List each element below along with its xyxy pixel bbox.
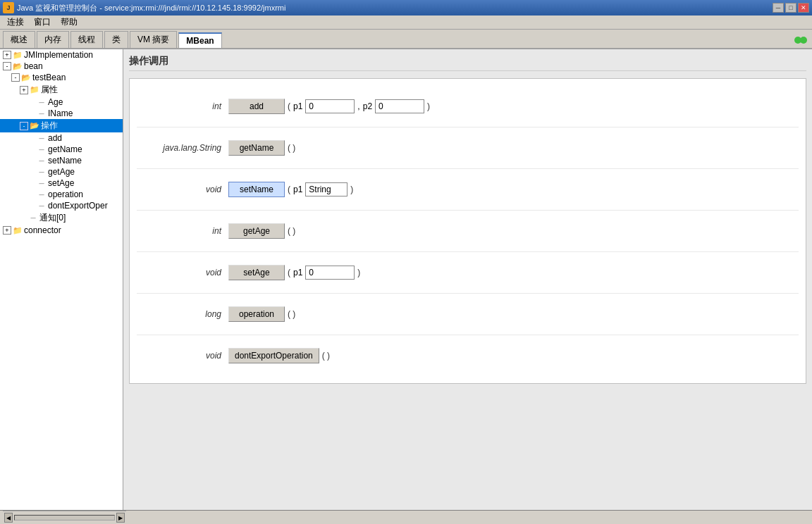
menu-item-connect[interactable]: 连接: [3, 15, 28, 30]
tree-item-bean[interactable]: - 📂 bean: [0, 61, 123, 72]
tab-threads[interactable]: 线程: [70, 31, 103, 48]
toggle-ops[interactable]: -: [20, 122, 28, 130]
operation-row-operation: long operation ( ): [137, 294, 799, 335]
maximize-button[interactable]: □: [785, 3, 796, 13]
leaf-icon-dontexport: ─: [37, 201, 47, 211]
paren-open-setname: (: [288, 185, 290, 194]
tree-label-operation: operation: [48, 189, 83, 199]
tree-label-getage: getAge: [48, 167, 75, 177]
op-button-operation[interactable]: operation: [228, 306, 285, 322]
tab-vm[interactable]: VM 摘要: [130, 31, 177, 48]
leaf-icon-iname: ─: [37, 108, 47, 118]
leaf-icon-getname: ─: [37, 144, 47, 154]
tree-label-bean: bean: [24, 61, 43, 71]
tree-item-setage[interactable]: ─ setAge: [0, 177, 123, 189]
tree-item-op-add[interactable]: ─ add: [0, 132, 123, 144]
scrollbar-track[interactable]: [14, 515, 115, 520]
tab-mbean[interactable]: MBean: [178, 32, 221, 48]
tree-item-getage[interactable]: ─ getAge: [0, 166, 123, 177]
tree-item-getname[interactable]: ─ getName: [0, 144, 123, 155]
operation-row-getname: java.lang.String getName ( ): [137, 127, 799, 169]
toggle-attrs[interactable]: +: [20, 86, 28, 94]
right-panel: 操作调用 int add ( p1 , p2 ) java.lang.Strin…: [123, 49, 812, 510]
paren-close-setname: ): [350, 185, 353, 194]
operation-row-setage: void setAge ( p1 ): [137, 252, 799, 294]
menu-bar: 连接 窗口 帮助: [0, 15, 812, 30]
tree-item-connector[interactable]: + 📁 connector: [0, 225, 123, 236]
tree-item-setname[interactable]: ─ setName: [0, 155, 123, 166]
toggle-bean[interactable]: -: [3, 62, 11, 70]
op-params-setage: ( p1 ): [288, 266, 360, 280]
folder-icon-connector: 📁: [13, 225, 23, 235]
operation-row-getage: int getAge ( ): [137, 211, 799, 252]
tree-label-ops: 操作: [41, 120, 58, 132]
return-type-getname: java.lang.String: [144, 143, 228, 153]
op-params-dontexport: ( ): [322, 351, 330, 361]
close-button[interactable]: ✕: [798, 3, 809, 13]
op-params-operation: ( ): [288, 309, 295, 319]
tree-item-operation[interactable]: ─ operation: [0, 189, 123, 200]
tab-classes[interactable]: 类: [104, 31, 128, 48]
tab-overview[interactable]: 概述: [3, 31, 35, 48]
svg-text:J: J: [6, 4, 10, 11]
param-input-p2-add[interactable]: [375, 99, 424, 113]
return-type-operation: long: [144, 309, 228, 319]
op-params-getname: ( ): [288, 143, 295, 153]
tree-item-attrs[interactable]: + 📁 属性: [0, 83, 123, 96]
toggle-jmimpl[interactable]: +: [3, 51, 11, 59]
tree-label-setname: setName: [48, 156, 82, 166]
menu-item-help[interactable]: 帮助: [56, 15, 82, 30]
op-button-add[interactable]: add: [228, 99, 285, 114]
tab-memory[interactable]: 内存: [37, 31, 69, 48]
param-input-p1-setage[interactable]: [305, 266, 355, 280]
toolbar: 概述 内存 线程 类 VM 摘要 MBean: [0, 30, 812, 49]
paren-dontexport: ( ): [322, 351, 330, 361]
op-button-getage[interactable]: getAge: [228, 223, 285, 239]
paren-getage: ( ): [288, 226, 295, 236]
tree-item-jmimpl[interactable]: + 📁 JMImplementation: [0, 49, 123, 61]
folder-icon-attrs: 📁: [30, 85, 39, 95]
toggle-testbean[interactable]: -: [11, 73, 20, 82]
section-header: 操作调用: [129, 55, 806, 71]
leaf-icon-add: ─: [37, 133, 47, 143]
return-type-setname: void: [144, 185, 228, 194]
tree-label-setage: setAge: [48, 178, 74, 188]
paren-getname: ( ): [288, 143, 295, 153]
connection-indicator: [792, 34, 809, 46]
op-button-getname[interactable]: getName: [228, 140, 285, 156]
tree-item-dontexport[interactable]: ─ dontExportOper: [0, 200, 123, 211]
window-controls: ─ □ ✕: [773, 3, 809, 13]
paren-operation: ( ): [288, 309, 295, 319]
tree-label-iname: IName: [48, 108, 73, 118]
op-button-dontexport[interactable]: dontExportOperation: [228, 348, 319, 363]
tree-item-testbean[interactable]: - 📂 testBean: [0, 72, 123, 83]
window-title: Java 监视和管理控制台 - service:jmx:rmi:///jndi/…: [17, 3, 285, 13]
toggle-connector[interactable]: +: [3, 226, 11, 235]
scroll-right-button[interactable]: ▶: [116, 513, 125, 523]
tree-item-age[interactable]: ─ Age: [0, 96, 123, 108]
scroll-left-button[interactable]: ◀: [4, 513, 13, 523]
menu-item-window[interactable]: 窗口: [30, 15, 55, 30]
op-button-setage[interactable]: setAge: [228, 265, 285, 280]
return-type-getage: int: [144, 226, 228, 236]
folder-icon: 📁: [13, 50, 23, 60]
param-sep-add: ,: [357, 101, 359, 111]
op-button-setname[interactable]: setName: [228, 182, 285, 197]
title-bar-left: J Java 监视和管理控制台 - service:jmx:rmi:///jnd…: [3, 2, 285, 13]
leaf-icon-setname: ─: [37, 156, 47, 166]
tree-label-getname: getName: [48, 144, 82, 154]
operation-row-dontexport: void dontExportOperation ( ): [137, 335, 799, 376]
folder-icon-ops: 📂: [30, 121, 39, 131]
main-layout: + 📁 JMImplementation - 📂 bean - 📂 testBe…: [0, 49, 812, 510]
param-input-p1-add[interactable]: [305, 99, 355, 113]
return-type-add: int: [144, 101, 228, 111]
tree-label-connector: connector: [24, 225, 61, 235]
op-params-add: ( p1 , p2 ): [288, 99, 430, 113]
minimize-button[interactable]: ─: [773, 3, 784, 13]
tree-item-notifications[interactable]: ─ 通知[0]: [0, 211, 123, 225]
leaf-icon-operation: ─: [37, 189, 47, 199]
param-input-p1-setname[interactable]: [305, 182, 347, 196]
tree-label-jmimpl: JMImplementation: [24, 50, 93, 60]
tree-item-iname[interactable]: ─ IName: [0, 108, 123, 119]
tree-item-ops[interactable]: - 📂 操作: [0, 119, 123, 132]
